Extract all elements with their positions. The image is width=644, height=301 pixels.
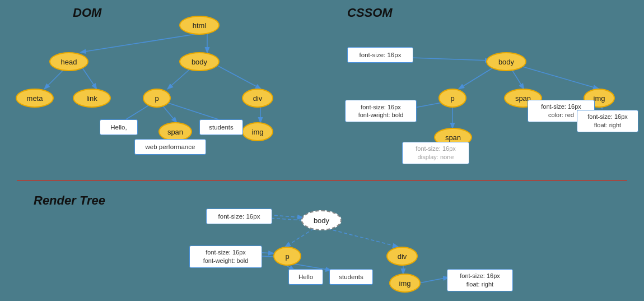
dom-span-node: span: [158, 122, 192, 141]
svg-line-24: [328, 229, 398, 247]
dom-body-node: body: [179, 52, 220, 71]
render-body-node: body: [301, 210, 342, 230]
svg-line-14: [521, 66, 598, 89]
cssom-fontsize-span2-rect: font-size: 16pxdisplay: none: [402, 142, 469, 164]
cssom-fontsize-body-rect: font-size: 16px: [347, 47, 413, 63]
dom-div-node: div: [242, 89, 273, 108]
svg-line-5: [218, 66, 260, 89]
dom-hello-rect: Hello,: [100, 119, 138, 135]
render-label: Render Tree: [34, 193, 105, 208]
render-p-node: p: [273, 247, 301, 266]
svg-line-11: [412, 58, 490, 61]
render-fontsize3-rect: font-size: 16pxfloat: right: [447, 269, 513, 291]
cssom-body-node: body: [486, 52, 526, 71]
render-div-node: div: [386, 247, 418, 266]
svg-line-8: [165, 102, 218, 119]
svg-line-0: [81, 34, 199, 52]
cssom-fontsize-img-rect: font-size: 16pxfloat: right: [577, 110, 638, 132]
dom-link-node: link: [73, 89, 111, 108]
cssom-fontsize-p-rect: font-size: 16pxfont-weight: bold: [345, 100, 417, 122]
dom-p-node: p: [143, 89, 171, 108]
dom-html-node: html: [179, 16, 220, 35]
diagram-container: DOM CSSOM Render Tree html head body met…: [0, 0, 644, 301]
render-hello-rect: Hello: [288, 269, 323, 285]
lines-svg: [0, 0, 644, 301]
svg-line-3: [81, 66, 96, 89]
dom-webperf-rect: web performance: [134, 139, 206, 155]
render-students-rect: students: [329, 269, 373, 285]
render-fontsize2-rect: font-size: 16pxfont-weight: bold: [189, 246, 262, 268]
render-img-node: img: [389, 274, 421, 293]
dom-meta-node: meta: [16, 89, 54, 108]
cssom-label: CSSOM: [347, 6, 393, 20]
dom-img-node: img: [242, 122, 273, 141]
svg-line-30: [419, 277, 448, 283]
cssom-p-node: p: [438, 89, 466, 108]
dom-students-rect: students: [199, 119, 243, 135]
svg-line-23: [286, 229, 314, 247]
render-fontsize1-rect: font-size: 16px: [206, 209, 272, 224]
dom-head-node: head: [49, 52, 88, 71]
svg-line-12: [459, 66, 496, 89]
dom-label: DOM: [73, 6, 101, 20]
